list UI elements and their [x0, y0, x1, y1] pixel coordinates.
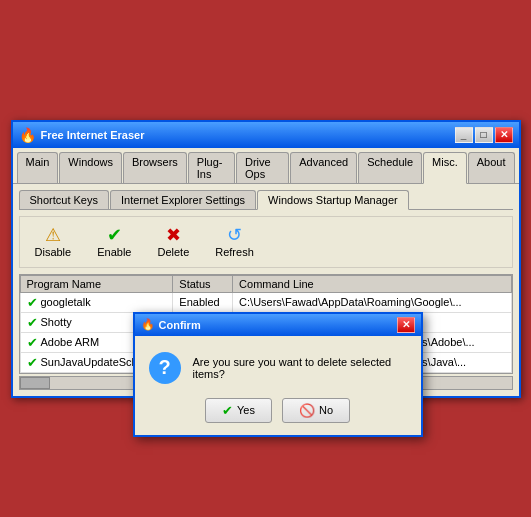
inner-tabs: Shortcut Keys Internet Explorer Settings…	[19, 190, 513, 210]
yes-button[interactable]: ✔ Yes	[205, 398, 272, 423]
cell-command: C:\Users\Fawad\AppData\Roaming\Google\..…	[233, 292, 511, 312]
main-window: 🔥 Free Internet Eraser _ □ ✕ Main Window…	[11, 120, 521, 398]
tab-schedule[interactable]: Schedule	[358, 152, 422, 183]
tab-browsers[interactable]: Browsers	[123, 152, 187, 183]
close-button[interactable]: ✕	[495, 127, 513, 143]
delete-icon: ✖	[166, 226, 181, 244]
title-bar-buttons: _ □ ✕	[455, 127, 513, 143]
minimize-button[interactable]: _	[455, 127, 473, 143]
col-header-command: Command Line	[233, 275, 511, 292]
confirm-dialog: 🔥 Confirm ✕ ? Are you sure you want to d…	[133, 312, 423, 437]
scrollbar-thumb[interactable]	[20, 377, 50, 389]
enable-icon: ✔	[107, 226, 122, 244]
confirm-message: Are you sure you want to delete selected…	[193, 356, 407, 380]
col-header-status: Status	[173, 275, 233, 292]
cell-status: Enabled	[173, 292, 233, 312]
row-status-icon: ✔	[27, 335, 38, 350]
title-bar-left: 🔥 Free Internet Eraser	[19, 127, 145, 143]
confirm-title-icon: 🔥	[141, 318, 155, 331]
col-header-name: Program Name	[20, 275, 173, 292]
confirm-message-row: ? Are you sure you want to delete select…	[149, 352, 407, 384]
app-title: Free Internet Eraser	[41, 129, 145, 141]
confirm-title-left: 🔥 Confirm	[141, 318, 201, 331]
tab-driveops[interactable]: Drive Ops	[236, 152, 289, 183]
row-status-icon: ✔	[27, 315, 38, 330]
inner-tab-shortcut-keys[interactable]: Shortcut Keys	[19, 190, 109, 209]
delete-label: Delete	[157, 246, 189, 258]
maximize-button[interactable]: □	[475, 127, 493, 143]
delete-button[interactable]: ✖ Delete	[146, 221, 200, 263]
refresh-icon: ↺	[227, 226, 242, 244]
app-icon: 🔥	[19, 127, 36, 143]
confirm-close-button[interactable]: ✕	[397, 317, 415, 333]
table-row[interactable]: ✔googletalkEnabledC:\Users\Fawad\AppData…	[20, 292, 511, 312]
enable-label: Enable	[97, 246, 131, 258]
yes-label: Yes	[237, 404, 255, 416]
toolbar: ⚠ Disable ✔ Enable ✖ Delete ↺ Refresh	[19, 216, 513, 268]
enable-button[interactable]: ✔ Enable	[86, 221, 142, 263]
title-bar: 🔥 Free Internet Eraser _ □ ✕	[13, 122, 519, 148]
row-status-icon: ✔	[27, 355, 38, 370]
question-icon: ?	[149, 352, 181, 384]
no-icon: 🚫	[299, 403, 315, 418]
menu-tabs: Main Windows Browsers Plug-Ins Drive Ops…	[13, 148, 519, 184]
tab-main[interactable]: Main	[17, 152, 59, 183]
disable-button[interactable]: ⚠ Disable	[24, 221, 83, 263]
row-status-icon: ✔	[27, 295, 38, 310]
tab-windows[interactable]: Windows	[59, 152, 122, 183]
tab-advanced[interactable]: Advanced	[290, 152, 357, 183]
confirm-body: ? Are you sure you want to delete select…	[135, 336, 421, 435]
disable-label: Disable	[35, 246, 72, 258]
inner-tab-ie-settings[interactable]: Internet Explorer Settings	[110, 190, 256, 209]
no-label: No	[319, 404, 333, 416]
cell-program-name: ✔googletalk	[20, 292, 173, 312]
no-button[interactable]: 🚫 No	[282, 398, 350, 423]
refresh-button[interactable]: ↺ Refresh	[204, 221, 265, 263]
confirm-title-bar: 🔥 Confirm ✕	[135, 314, 421, 336]
confirm-title-text: Confirm	[159, 319, 201, 331]
disable-icon: ⚠	[45, 226, 61, 244]
tab-plugins[interactable]: Plug-Ins	[188, 152, 235, 183]
tab-misc[interactable]: Misc.	[423, 152, 467, 184]
inner-tab-startup-manager[interactable]: Windows Startup Manager	[257, 190, 409, 210]
yes-icon: ✔	[222, 403, 233, 418]
tab-about[interactable]: About	[468, 152, 515, 183]
confirm-buttons: ✔ Yes 🚫 No	[205, 398, 350, 423]
refresh-label: Refresh	[215, 246, 254, 258]
